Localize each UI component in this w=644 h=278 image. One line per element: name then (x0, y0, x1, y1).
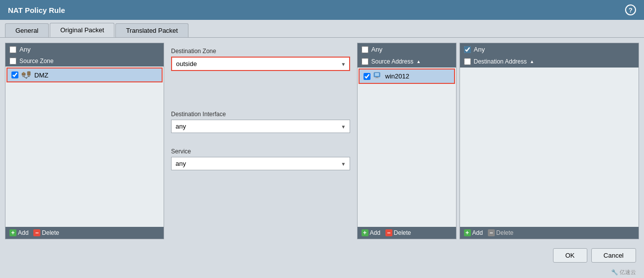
cancel-button[interactable]: Cancel (591, 248, 636, 263)
title-bar: NAT Policy Rule ? (0, 0, 644, 20)
source-zone-footer: + Add − Delete (5, 227, 164, 239)
source-zone-subheader: Source Zone (5, 56, 164, 67)
source-address-panel: Any Source Address ▲ (357, 43, 457, 239)
svg-rect-1 (23, 72, 24, 73)
source-address-col-label: Source Address (371, 58, 414, 65)
add-icon: + (464, 229, 471, 236)
dialog-title: NAT Policy Rule (8, 6, 65, 14)
source-zone-dmz-label: DMZ (34, 71, 48, 79)
source-address-any-label: Any (371, 46, 382, 53)
source-address-list: win2012 (358, 68, 456, 227)
nat-policy-rule-dialog: NAT Policy Rule ? General Original Packe… (0, 0, 644, 278)
destination-interface-field: Destination Interface any (171, 111, 350, 133)
destination-address-any-header: Any (460, 43, 639, 56)
source-zone-add-btn[interactable]: + Add (9, 229, 28, 236)
tabs-bar: General Original Packet Translated Packe… (0, 20, 644, 38)
svg-rect-9 (375, 73, 379, 76)
destination-zone-select[interactable]: outside (171, 57, 350, 71)
source-address-add-btn[interactable]: + Add (362, 229, 380, 236)
destination-zone-wrapper: outside (171, 57, 350, 71)
source-zone-any-header: Any (5, 43, 164, 56)
svg-rect-11 (375, 78, 379, 78)
delete-icon-disabled: − (488, 229, 495, 236)
destination-address-col-label: Destination Address (474, 58, 527, 65)
ok-button[interactable]: OK (553, 248, 587, 263)
help-icon[interactable]: ? (625, 4, 636, 15)
source-zone-list: DMZ (5, 67, 164, 227)
source-address-column-header: Source Address ▲ (358, 56, 456, 68)
destination-interface-label: Destination Interface (171, 111, 350, 118)
tab-translated-packet[interactable]: Translated Packet (115, 23, 188, 37)
content-area: Any Source Zone (0, 38, 644, 244)
source-zone-item-dmz[interactable]: DMZ (6, 68, 163, 82)
destination-address-col-checkbox[interactable] (464, 58, 471, 65)
service-select[interactable]: any (171, 157, 350, 170)
source-address-any-checkbox[interactable] (362, 46, 368, 53)
destination-address-list (460, 68, 639, 227)
svg-rect-10 (376, 77, 378, 78)
tab-original-packet[interactable]: Original Packet (50, 23, 114, 37)
source-zone-dmz-checkbox[interactable] (11, 71, 18, 78)
source-address-delete-btn[interactable]: − Delete (385, 229, 411, 236)
middle-panel: Destination Zone outside Destination Int… (167, 43, 354, 239)
destination-address-column-header: Destination Address ▲ (460, 56, 639, 68)
source-address-win2012-checkbox[interactable] (364, 73, 370, 80)
svg-point-7 (26, 77, 27, 79)
destination-address-footer: + Add − Delete (460, 227, 639, 239)
service-wrapper: any (171, 157, 350, 170)
destination-address-add-btn[interactable]: + Add (464, 229, 483, 236)
add-icon: + (9, 229, 16, 236)
destination-address-panel: Any Destination Address ▲ + Add − (460, 43, 640, 239)
tab-general[interactable]: General (5, 23, 49, 37)
watermark: 🔧 亿速云 (0, 267, 644, 278)
service-field: Service any (171, 148, 350, 170)
source-address-item-win2012[interactable]: win2012 (359, 69, 455, 84)
source-address-col-checkbox[interactable] (362, 58, 368, 65)
bottom-buttons-area: OK Cancel (0, 244, 644, 267)
source-zone-any-label: Any (19, 46, 30, 53)
source-zone-panel: Any Source Zone (5, 43, 164, 239)
source-zone-any-checkbox[interactable] (9, 46, 16, 53)
source-address-win2012-label: win2012 (385, 72, 409, 80)
destination-address-delete-btn: − Delete (488, 229, 514, 236)
destination-address-any-checkbox[interactable] (464, 46, 471, 53)
source-zone-delete-btn[interactable]: − Delete (33, 229, 59, 236)
watermark-icon: 🔧 (611, 269, 618, 275)
panels-row: Any Source Zone (5, 43, 639, 239)
source-address-footer: + Add − Delete (358, 227, 456, 239)
source-zone-sub-label: Source Zone (19, 58, 54, 65)
service-label: Service (171, 148, 350, 155)
dmz-zone-icon (21, 71, 31, 79)
destination-zone-label: Destination Zone (171, 48, 350, 55)
win2012-icon (373, 72, 382, 80)
svg-rect-4 (22, 76, 25, 77)
delete-icon: − (385, 229, 392, 236)
destination-interface-select[interactable]: any (171, 120, 350, 133)
sort-arrow-dest-icon: ▲ (530, 59, 534, 64)
source-zone-sub-checkbox[interactable] (9, 58, 16, 65)
source-address-any-header: Any (358, 43, 456, 56)
svg-rect-2 (27, 71, 30, 75)
destination-interface-wrapper: any (171, 120, 350, 133)
sort-arrow-icon: ▲ (416, 59, 421, 64)
delete-icon: − (33, 229, 40, 236)
destination-address-any-label: Any (474, 46, 485, 53)
add-icon: + (362, 229, 368, 236)
destination-zone-field: Destination Zone outside (171, 48, 350, 71)
